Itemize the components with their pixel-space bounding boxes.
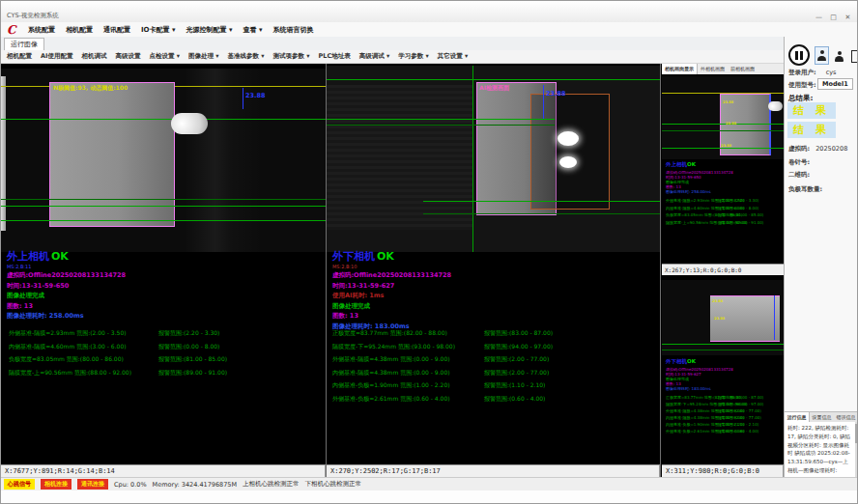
camera-name: 外下相机 (666, 358, 687, 364)
menu-item[interactable]: IO卡配置 ▾ (141, 25, 176, 35)
camera2-debug: MS:2,B:10 (332, 264, 651, 270)
menu-item[interactable]: 相机配置 (66, 25, 93, 35)
toolbar-item[interactable]: 相机调试 (81, 52, 106, 61)
measurement-row: 外侧基准-负极=2.61mm 范围:(0.60 - 4.00) 报警范围:(0.… (662, 428, 784, 434)
camera1-image[interactable]: N极阈值:93, 动态阈值:100 23.88 (1, 69, 326, 252)
pause-button[interactable] (788, 44, 810, 66)
measure-value-tag: 23.88 (546, 90, 566, 98)
user-login-button[interactable] (815, 46, 829, 65)
close-button[interactable]: ✕ (841, 13, 855, 22)
measurement-value: 内侧基准-负极=1.90mm 范围:(1.00 - 2.20) (332, 381, 450, 390)
login-user-value: cys (826, 69, 837, 76)
toolbar-item[interactable]: 其它设置 ▾ (438, 52, 469, 61)
measurement-alarm: 报警范围:(1.10 - 2.10) (484, 381, 545, 390)
bright-spot (559, 156, 577, 168)
measurement-row: 负极宽度=83.05mm 范围:(80.00 - 86.00) 报警范围:(81… (1, 352, 326, 366)
menu-item[interactable]: 系统配置 (28, 25, 55, 35)
mini-view-tab[interactable]: 外相机画面 (698, 64, 728, 74)
barcode-label: 虚拟码: (788, 145, 810, 153)
user-icon (835, 51, 844, 62)
toolbar-item[interactable]: 测试项参数 ▾ (273, 52, 310, 61)
measurement-value: 隔膜宽度-下=95.24mm 范围:(93.00 - 98.00) (332, 343, 455, 351)
toolbar-item[interactable]: 点检设置 ▾ (149, 52, 180, 61)
model-label: 使用型号: (788, 81, 816, 89)
measure-marker (543, 85, 544, 119)
menu-item[interactable]: 查看 ▾ (243, 25, 262, 35)
exit-door-icon: → (851, 50, 858, 63)
model-row: 使用型号: (788, 81, 816, 90)
green-measure-line (662, 148, 784, 149)
toolbar-item[interactable]: 高级设置 (115, 52, 140, 61)
green-vertical-line (472, 66, 473, 252)
maximize-button[interactable]: □ (826, 13, 841, 22)
mini-view-tab[interactable]: 相机画面显示 (662, 64, 698, 74)
measurement-value: 外侧基准-隔膜=2.93mm 范围:(2.00 - 3.50) (9, 329, 127, 338)
measurement-value: 负极宽度=83.05mm 范围:(80.00 - 86.00) (9, 355, 124, 364)
camera1-title: 外上相机OK (7, 250, 326, 264)
mini-camera2-view[interactable]: 23.88 23.88 外下相机OK 虚拟码:Offline2025020813… (662, 275, 784, 464)
toolbar-item[interactable]: 高级调试 ▾ (359, 52, 390, 61)
measurement-value: 正极宽度=83.77mm 范围:(82.00 - 88.00) (332, 329, 447, 338)
green-measure-line (662, 350, 784, 350)
camera2-image[interactable]: AI检测画面 23.88 (327, 66, 660, 252)
sidebar: → 登录用户: cys 使用型号: Model1 总结果: 结 果 结 果 虚拟… (784, 37, 858, 477)
toolbar-item[interactable]: 图像处理 ▾ (188, 52, 219, 61)
camera2-coordinates: X:270;Y:2502;R:17;G:17;B:17 (327, 464, 660, 477)
camera-name: 外上相机 (666, 161, 687, 167)
app-window: CYS-视觉检测系统 — □ ✕ C 系统配置相机配置通讯配置IO卡配置 ▾光源… (0, 0, 858, 504)
panel-divider (660, 64, 661, 477)
menu-bar: C 系统配置相机配置通讯配置IO卡配置 ▾光源控制配置 ▾查看 ▾系统语言切换 (1, 22, 857, 38)
camera1-done: 图像处理完成 (7, 291, 326, 301)
log-area[interactable]: 耗时: 222, 缺陷检测耗时: 17, 缺陷分类耗时: 0, 缺陷视频分区耗时… (785, 422, 855, 477)
view-tab-row: 运行图像 (1, 37, 784, 51)
measurement-row: 外侧基准-负极=2.61mm 范围:(0.60 - 4.00) 报警范围:(0.… (327, 392, 660, 406)
camera1-barcode: 虚拟码:Offline20250208133134728 (7, 270, 326, 281)
menu-item[interactable]: 通讯配置 (103, 25, 130, 35)
green-measure-line (423, 213, 660, 214)
measurement-alarm: 报警范围:(2.20 - 3.30) (718, 198, 758, 203)
measure-marker (243, 88, 243, 109)
camera2-done: 图像处理完成 (332, 301, 651, 312)
menu-item[interactable]: 光源控制配置 ▾ (186, 25, 233, 35)
mini-elapsed: 图像处理耗时: 258.00ms (666, 189, 711, 195)
camera1-measurements: 外侧基准-隔膜=2.93mm 范围:(2.00 - 3.50) 报警范围:(2.… (1, 326, 326, 378)
minimize-button[interactable]: — (812, 13, 826, 22)
exit-button[interactable]: → (848, 47, 858, 65)
toolbar-item[interactable]: 基准线参数 ▾ (228, 52, 265, 61)
window-margin (1, 490, 857, 504)
measurement-value: 外侧基准-负极=2.61mm 范围:(0.60 - 4.00) (332, 395, 450, 404)
tab-run-image[interactable]: 运行图像 (4, 38, 44, 50)
measurement-alarm: 报警范围:(94.00 - 97.00) (484, 343, 553, 351)
mini-camera1-measurements: 外侧基准-隔膜=2.93mm 范围:(2.00 - 3.50) 报警范围:(2.… (662, 197, 784, 226)
green-measure-line (1, 199, 326, 200)
camera1-panel: N极阈值:93, 动态阈值:100 23.88 外上相机OK MS:2,B:11… (1, 64, 326, 464)
account-button[interactable] (833, 48, 845, 64)
barcode-row: 虚拟码: 20250208 (788, 145, 847, 154)
measurement-value: 内侧基准-隔膜=4.60mm 范围:(3.00 - 6.00) (9, 343, 127, 351)
mini-camera1-view[interactable]: 23.88 23.88 23.88 外上相机OK 虚拟码:Offline2025… (662, 74, 784, 264)
toolbar-item[interactable]: AI使用配置 (41, 52, 72, 61)
measurement-row: 隔膜宽度-上=90.56mm 范围:(88.00 - 92.00) 报警范围:(… (662, 219, 784, 227)
mini-camera2-measurements: 正极宽度=83.77mm 范围:(82.00 - 88.00) 报警范围:(83… (662, 394, 784, 434)
toolbar-item[interactable]: 学习参数 ▾ (398, 52, 429, 61)
probe-object (768, 101, 783, 111)
menu-item[interactable]: 系统语言切换 (272, 25, 313, 35)
camera2-overlay-text: 外下相机OK MS:2,B:10 虚拟码:Offline202502081331… (332, 250, 651, 331)
panel-divider (326, 64, 327, 477)
title-bar[interactable]: CYS-视觉检测系统 — □ ✕ (1, 1, 857, 22)
mini-view-tab[interactable]: 前相机画面 (728, 64, 758, 74)
result-box-1: 结 果 (787, 102, 836, 119)
measurement-row: 外侧基准-隔膜=2.93mm 范围:(2.00 - 3.50) 报警范围:(2.… (662, 197, 784, 205)
measurement-row: 外侧基准-隔膜=4.38mm 范围:(0.00 - 9.00) 报警范围:(2.… (327, 352, 660, 366)
green-measure-line (423, 201, 660, 202)
bright-edge (1, 76, 6, 231)
app-logo-icon: C (7, 23, 16, 37)
toolbar-item[interactable]: PLC地址表 (319, 52, 351, 61)
model-select[interactable]: Model1 (817, 78, 853, 90)
tab-qty-label: 负极耳数量: (788, 185, 822, 193)
mini-camera1-title: 外上相机OK (666, 161, 696, 168)
cpu-usage: Cpu: 0.0% (114, 481, 147, 489)
mini-camera1-coordinates: X:267;Y:13;R:0;G:0;B:0 (662, 264, 784, 275)
mini-camera2-coordinates: X:311;Y:980;R:0;G:0;B:0 (662, 464, 784, 477)
toolbar-item[interactable]: 相机配置 (7, 52, 32, 61)
